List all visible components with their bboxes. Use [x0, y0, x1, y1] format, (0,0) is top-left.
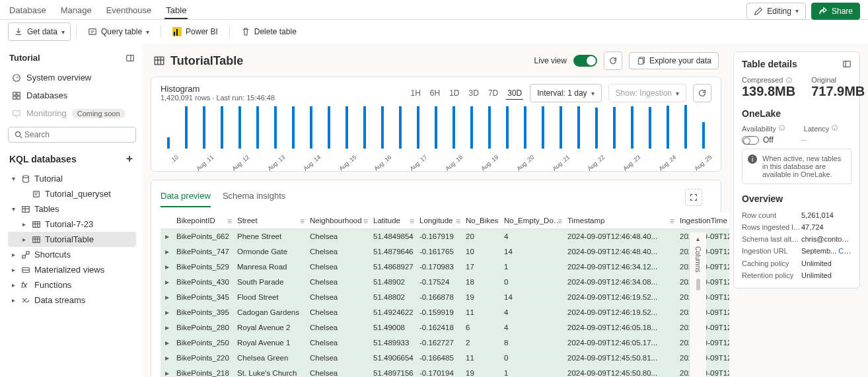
collapse-icon[interactable] [126, 53, 135, 63]
column-header[interactable]: IngestionTime≡ [677, 213, 729, 229]
histogram-bar[interactable] [435, 106, 437, 149]
expand-row-icon[interactable]: ▸ [161, 320, 174, 335]
column-header[interactable]: BikepointID≡ [174, 213, 235, 229]
nav-databases[interactable]: Databases [8, 87, 136, 104]
table-row[interactable]: ▸BikePoints_218St. Luke's ChurchChelsea5… [161, 366, 729, 378]
histogram-bar[interactable] [203, 106, 205, 149]
histogram-bar[interactable] [470, 106, 473, 149]
table-row[interactable]: ▸BikePoints_662Phene StreetChelsea51.484… [161, 229, 729, 244]
column-header[interactable]: No_Bikes≡ [463, 213, 501, 229]
table-row[interactable]: ▸BikePoints_345Flood StreetChelsea51.488… [161, 290, 729, 305]
column-header[interactable]: Neighbourhood≡ [307, 213, 371, 229]
expand-row-icon[interactable]: ▸ [161, 366, 174, 378]
expand-row-icon[interactable]: ▸ [161, 305, 174, 320]
expand-row-icon[interactable]: ▸ [161, 275, 174, 290]
range-1H[interactable]: 1H [410, 87, 422, 100]
histogram-bar[interactable] [488, 106, 491, 149]
tree-table-2-selected[interactable]: ▸ TutorialTable [8, 232, 136, 247]
column-header[interactable]: No_Empty_Docks≡ [501, 213, 565, 229]
table-row[interactable]: ▸BikePoints_430South ParadeChelsea51.489… [161, 275, 729, 290]
share-button[interactable]: Share [811, 3, 860, 20]
tree-data-streams[interactable]: ▸ Data streams [8, 292, 136, 308]
column-menu-icon[interactable]: ≡ [494, 217, 499, 226]
interval-dropdown[interactable]: Interval: 1 day ▾ [530, 84, 601, 102]
expand-button[interactable] [685, 189, 702, 206]
histogram-bar[interactable] [649, 107, 651, 149]
histogram-bar[interactable] [256, 106, 259, 149]
histogram-bar[interactable] [345, 106, 348, 149]
column-menu-icon[interactable]: ≡ [670, 217, 674, 226]
power-bi-button[interactable]: Power BI [166, 22, 224, 41]
availability-toggle[interactable] [742, 136, 759, 145]
search-input[interactable] [23, 129, 130, 140]
histogram-bar[interactable] [399, 106, 402, 149]
column-header[interactable]: Street≡ [235, 213, 307, 229]
expand-row-icon[interactable]: ▸ [161, 290, 174, 305]
table-row[interactable]: ▸BikePoints_747Ormonde GateChelsea51.487… [161, 244, 729, 259]
histogram-bar[interactable] [452, 106, 455, 149]
table-row[interactable]: ▸BikePoints_280Royal Avenue 2Chelsea51.4… [161, 320, 729, 335]
column-menu-icon[interactable]: ≡ [227, 217, 232, 226]
tree-shortcuts[interactable]: ▸ Shortcuts [8, 247, 136, 262]
range-1D[interactable]: 1D [448, 87, 460, 100]
get-data-button[interactable]: Get data ▾ [8, 22, 71, 41]
table-row[interactable]: ▸BikePoints_220Chelsea GreenChelsea51.49… [161, 351, 729, 366]
column-menu-icon[interactable]: ≡ [558, 217, 562, 226]
add-database-button[interactable]: ＋ [124, 152, 135, 166]
tree-materialized-views[interactable]: ▸ Materialized views [8, 262, 136, 277]
histogram-bar[interactable] [667, 106, 669, 149]
tab-database[interactable]: Database [8, 3, 48, 19]
column-menu-icon[interactable]: ≡ [300, 217, 305, 226]
copy-uri-link[interactable]: Copy URI [838, 247, 851, 255]
tab-data-preview[interactable]: Data preview [161, 187, 211, 207]
expand-panel-icon[interactable] [842, 59, 851, 69]
histogram-bar[interactable] [524, 106, 526, 149]
column-header[interactable]: Latitude≡ [371, 213, 417, 229]
range-30D[interactable]: 30D [506, 87, 523, 100]
range-7D[interactable]: 7D [487, 87, 499, 100]
refresh-button[interactable] [604, 51, 622, 70]
expand-row-icon[interactable]: ▸ [161, 229, 174, 244]
live-view-toggle[interactable] [573, 55, 597, 67]
column-menu-icon[interactable]: ≡ [456, 217, 460, 226]
scroll-up-icon[interactable]: ▴ [696, 235, 700, 242]
histogram-bar[interactable] [274, 106, 277, 149]
expand-row-icon[interactable]: ▸ [161, 259, 174, 275]
search-wrapper[interactable] [8, 127, 136, 143]
column-menu-icon[interactable]: ≡ [410, 217, 414, 226]
expand-row-icon[interactable]: ▸ [161, 351, 174, 366]
histogram-bar[interactable] [542, 106, 544, 149]
histogram-bar[interactable] [417, 106, 419, 149]
column-header[interactable]: Timestamp≡ [565, 213, 677, 229]
column-header[interactable]: Longitude≡ [417, 213, 463, 229]
histogram-bar[interactable] [613, 107, 616, 149]
tab-table[interactable]: Table [164, 3, 188, 19]
histogram-bar[interactable] [167, 137, 170, 149]
tree-queryset[interactable]: Tutorial_queryset [8, 186, 136, 201]
histogram-bar[interactable] [238, 106, 241, 149]
editing-button[interactable]: Editing ▾ [746, 3, 806, 20]
histogram-bar[interactable] [292, 106, 295, 149]
histogram-bar[interactable] [631, 106, 633, 149]
range-3D[interactable]: 3D [468, 87, 480, 100]
tab-manage[interactable]: Manage [59, 3, 93, 19]
explore-data-button[interactable]: Explore your data [629, 52, 719, 69]
histogram-bar[interactable] [684, 105, 687, 149]
scrollbar-thumb[interactable] [696, 279, 700, 291]
tree-db[interactable]: ▾ Tutorial [8, 171, 136, 186]
histogram-refresh-button[interactable] [693, 84, 711, 102]
table-row[interactable]: ▸BikePoints_529Manresa RoadChelsea51.486… [161, 259, 729, 275]
tab-schema-insights[interactable]: Schema insights [223, 187, 285, 207]
histogram-bar[interactable] [221, 106, 223, 149]
nav-system-overview[interactable]: System overview [8, 69, 136, 86]
histogram-chart[interactable]: 10. 11. Aug12. Aug13. Aug14. Aug15. Aug1… [161, 105, 711, 164]
tree-table-1[interactable]: ▸ Tutorial-7-23 [8, 217, 136, 232]
histogram-bar[interactable] [506, 106, 509, 149]
expand-row-icon[interactable]: ▸ [161, 335, 174, 351]
histogram-bar[interactable] [560, 106, 562, 149]
table-row[interactable]: ▸BikePoints_250Royal Avenue 1Chelsea51.4… [161, 335, 729, 351]
table-row[interactable]: ▸BikePoints_395Cadogan GardensChelsea51.… [161, 305, 729, 320]
tree-functions[interactable]: ▸ fx Functions [8, 277, 136, 292]
histogram-bar[interactable] [577, 106, 580, 149]
histogram-bar[interactable] [595, 108, 598, 149]
